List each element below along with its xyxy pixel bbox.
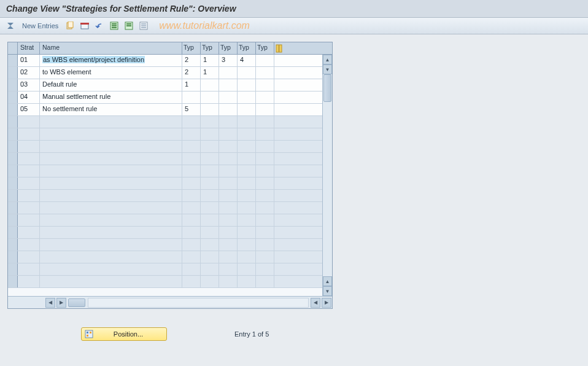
new-entries-button[interactable]: New Entries (20, 22, 61, 29)
vscroll-thumb[interactable] (323, 74, 331, 102)
table-row[interactable]: 03Default rule1 (8, 79, 332, 91)
cell-name[interactable]: to WBS element (40, 67, 182, 79)
cell-typ4[interactable] (238, 91, 256, 103)
cell-empty[interactable] (40, 263, 182, 275)
cell-empty[interactable] (201, 263, 219, 275)
position-button[interactable]: Position... (81, 327, 167, 341)
cell-typ3[interactable] (219, 67, 238, 79)
scroll-down-button[interactable]: ▼ (323, 64, 332, 74)
cell-typ1[interactable]: 5 (182, 104, 201, 115)
row-selector[interactable] (8, 165, 18, 177)
cell-empty[interactable] (201, 165, 219, 177)
cell-empty[interactable] (219, 177, 238, 189)
cell-empty[interactable] (219, 214, 238, 226)
cell-empty[interactable] (201, 239, 219, 251)
cell-typ1[interactable]: 1 (182, 79, 201, 91)
row-selector[interactable] (8, 116, 18, 128)
column-header-typ5[interactable]: Typ (256, 42, 274, 54)
row-selector[interactable] (8, 214, 18, 226)
row-selector[interactable] (8, 263, 18, 275)
cell-empty[interactable] (201, 190, 219, 201)
cell-empty[interactable] (256, 141, 274, 152)
cell-empty[interactable] (256, 263, 274, 275)
cell-empty[interactable] (256, 153, 274, 165)
cell-empty[interactable] (40, 190, 182, 201)
cell-empty[interactable] (18, 190, 40, 201)
hscroll-thumb-left[interactable] (68, 298, 85, 307)
hscroll-right-button[interactable]: ▶ (56, 298, 66, 308)
row-selector[interactable] (8, 227, 18, 238)
table-row-empty[interactable] (8, 202, 332, 214)
row-selector[interactable] (8, 55, 18, 66)
cell-empty[interactable] (201, 276, 219, 287)
table-row-empty[interactable] (8, 153, 332, 165)
row-selector[interactable] (8, 91, 18, 103)
cell-empty[interactable] (40, 214, 182, 226)
cell-empty[interactable] (40, 177, 182, 189)
cell-name[interactable]: Default rule (40, 79, 182, 91)
cell-empty[interactable] (182, 128, 201, 140)
cell-empty[interactable] (238, 116, 256, 128)
cell-empty[interactable] (219, 190, 238, 201)
cell-empty[interactable] (182, 165, 201, 177)
cell-empty[interactable] (18, 153, 40, 165)
cell-empty[interactable] (201, 227, 219, 238)
cell-empty[interactable] (182, 116, 201, 128)
cell-empty[interactable] (219, 153, 238, 165)
cell-empty[interactable] (256, 116, 274, 128)
cell-empty[interactable] (256, 276, 274, 287)
cell-empty[interactable] (18, 128, 40, 140)
cell-typ2[interactable] (201, 104, 219, 115)
cell-empty[interactable] (219, 227, 238, 238)
cell-empty[interactable] (238, 263, 256, 275)
cell-empty[interactable] (40, 202, 182, 214)
cell-empty[interactable] (238, 276, 256, 287)
row-selector[interactable] (8, 239, 18, 251)
row-selector[interactable] (8, 177, 18, 189)
select-block-icon[interactable] (123, 20, 134, 31)
cell-empty[interactable] (219, 165, 238, 177)
cell-name[interactable]: as WBS element/project definition (40, 55, 182, 66)
row-selector[interactable] (8, 128, 18, 140)
cell-typ2[interactable]: 1 (201, 55, 219, 66)
cell-empty[interactable] (201, 251, 219, 263)
table-row-empty[interactable] (8, 141, 332, 153)
cell-empty[interactable] (238, 165, 256, 177)
column-header-typ2[interactable]: Typ (201, 42, 219, 54)
deselect-icon[interactable] (138, 20, 149, 31)
cell-empty[interactable] (219, 202, 238, 214)
cell-empty[interactable] (256, 227, 274, 238)
cell-empty[interactable] (182, 153, 201, 165)
copy-icon[interactable] (64, 20, 75, 31)
cell-typ5[interactable] (256, 67, 274, 79)
cell-typ3[interactable] (219, 104, 238, 115)
cell-typ1[interactable] (182, 91, 201, 103)
table-row-empty[interactable] (8, 251, 332, 263)
selection-column-header[interactable] (8, 42, 18, 54)
vscroll-track[interactable] (323, 74, 332, 276)
cell-empty[interactable] (201, 202, 219, 214)
cell-typ2[interactable]: 1 (201, 67, 219, 79)
cell-empty[interactable] (238, 153, 256, 165)
cell-empty[interactable] (256, 177, 274, 189)
table-row[interactable]: 01as WBS element/project definition2134 (8, 55, 332, 67)
column-header-name[interactable]: Name (40, 42, 182, 54)
row-selector[interactable] (8, 276, 18, 287)
cell-empty[interactable] (256, 239, 274, 251)
cell-empty[interactable] (40, 128, 182, 140)
column-header-strat[interactable]: Strat (18, 42, 40, 54)
cell-empty[interactable] (238, 128, 256, 140)
cell-empty[interactable] (238, 141, 256, 152)
cell-empty[interactable] (182, 239, 201, 251)
cell-empty[interactable] (182, 214, 201, 226)
cell-typ1[interactable]: 2 (182, 67, 201, 79)
row-selector[interactable] (8, 202, 18, 214)
cell-strat[interactable]: 02 (18, 67, 40, 79)
cell-empty[interactable] (256, 251, 274, 263)
cell-empty[interactable] (238, 239, 256, 251)
column-header-typ3[interactable]: Typ (219, 42, 238, 54)
cell-strat[interactable]: 04 (18, 91, 40, 103)
column-header-typ1[interactable]: Typ (182, 42, 201, 54)
row-selector[interactable] (8, 79, 18, 91)
cell-empty[interactable] (18, 276, 40, 287)
